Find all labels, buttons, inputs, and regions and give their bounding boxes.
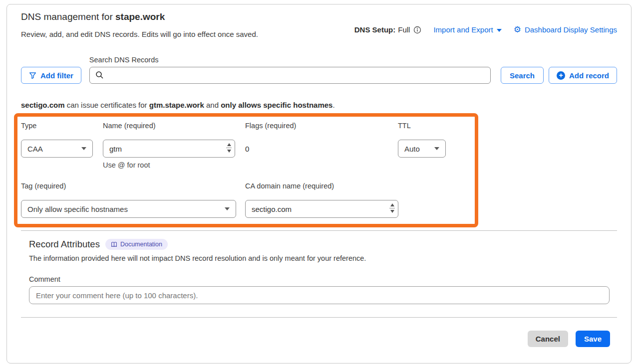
caa-notice-host: gtm.stape.work (149, 101, 204, 109)
ttl-label: TTL (398, 122, 446, 130)
import-export-menu[interactable]: Import and Export (433, 25, 501, 34)
spinner-up-icon[interactable] (227, 143, 231, 146)
form-row-1: Type CAA Name (required) Use @ for root (21, 122, 471, 169)
type-select-value: CAA (27, 145, 43, 153)
gear-icon: ⚙ (514, 25, 521, 34)
ttl-select[interactable]: Auto (398, 140, 446, 158)
caa-notice-policy: only allows specific hostnames (221, 101, 332, 109)
section-divider (21, 230, 617, 231)
caa-notice: sectigo.com can issue certificates for g… (21, 101, 617, 109)
book-icon (111, 241, 117, 248)
type-field: Type CAA (21, 122, 93, 169)
record-attributes-section: Record Attributes Documentation The info… (21, 239, 617, 304)
cancel-button[interactable]: Cancel (528, 331, 568, 347)
add-filter-label: Add filter (40, 71, 73, 80)
ca-domain-label: CA domain name (required) (245, 182, 398, 190)
record-attributes-title: Record Attributes (29, 239, 100, 250)
form-row-2: Tag (required) Only allow specific hostn… (21, 182, 471, 218)
dashboard-display-settings-link[interactable]: ⚙ Dashboard Display Settings (514, 25, 617, 34)
name-label: Name (required) (103, 122, 235, 130)
tag-select-value: Only allow specific hostnames (27, 205, 128, 213)
flags-value: 0 (245, 145, 398, 153)
search-dns-group: Search DNS Records (89, 56, 491, 84)
type-select[interactable]: CAA (21, 140, 93, 158)
dashboard-display-settings-label: Dashboard Display Settings (525, 25, 617, 34)
form-footer: Cancel Save (21, 331, 617, 347)
type-label: Type (21, 122, 93, 130)
footer-divider (21, 317, 617, 318)
name-field: Name (required) Use @ for root (103, 122, 235, 169)
info-icon[interactable] (413, 26, 421, 34)
spinner-divider (389, 208, 395, 208)
import-export-label: Import and Export (433, 25, 493, 34)
name-input-wrap (103, 140, 235, 158)
name-stepper[interactable] (226, 143, 232, 153)
ca-domain-input-wrap (245, 200, 398, 218)
select-caret-icon (225, 207, 230, 210)
record-attributes-description: The information provided here will not i… (29, 254, 617, 262)
ca-domain-stepper[interactable] (389, 203, 395, 213)
search-button-label: Search (510, 71, 535, 80)
filter-icon (29, 72, 36, 79)
search-input[interactable] (89, 67, 491, 84)
page-title: DNS management for stape.work (21, 11, 258, 22)
spinner-down-icon[interactable] (227, 150, 231, 153)
name-hint: Use @ for root (103, 161, 235, 169)
add-icon: + (557, 71, 565, 80)
search-button[interactable]: Search (501, 67, 544, 84)
select-caret-icon (81, 147, 86, 150)
dns-toolbar: Add filter Search DNS Records Search + A… (21, 56, 617, 84)
dns-setup-status: DNS Setup: Full (354, 25, 422, 34)
ttl-field: TTL Auto (398, 122, 446, 169)
caa-notice-text2: and (204, 101, 221, 109)
tag-label: Tag (required) (21, 182, 236, 190)
comment-label: Comment (29, 275, 617, 283)
page-title-domain: stape.work (115, 11, 165, 22)
search-field-label: Search DNS Records (89, 56, 491, 64)
tag-select[interactable]: Only allow specific hostnames (21, 200, 236, 218)
documentation-badge[interactable]: Documentation (105, 239, 168, 250)
select-caret-icon (434, 147, 439, 150)
record-attributes-header: Record Attributes Documentation (29, 239, 617, 250)
page-title-prefix: DNS management for (21, 11, 115, 22)
caa-notice-ca: sectigo.com (21, 101, 65, 109)
ttl-select-value: Auto (404, 145, 420, 153)
chevron-down-icon (497, 29, 502, 32)
dns-setup-label: DNS Setup: (354, 25, 396, 34)
caa-notice-text: can issue certificates for (65, 101, 149, 109)
flags-label: Flags (required) (245, 122, 398, 130)
ca-domain-input[interactable] (245, 200, 398, 218)
spinner-up-icon[interactable] (390, 203, 394, 206)
caa-notice-end: . (332, 101, 334, 109)
tag-field: Tag (required) Only allow specific hostn… (21, 182, 236, 218)
add-filter-button[interactable]: Add filter (21, 67, 81, 84)
save-button[interactable]: Save (576, 331, 610, 347)
search-field-wrap (89, 67, 491, 84)
header-left: DNS management for stape.work Review, ad… (21, 11, 258, 41)
dns-management-panel: DNS management for stape.work Review, ad… (6, 4, 632, 364)
header: DNS management for stape.work Review, ad… (21, 11, 617, 41)
page-subtitle: Review, add, and edit DNS records. Edits… (21, 27, 258, 41)
name-input[interactable] (103, 140, 235, 158)
add-record-label: Add record (569, 71, 609, 80)
spinner-down-icon[interactable] (390, 210, 394, 213)
add-record-button[interactable]: + Add record (549, 67, 617, 84)
spinner-divider (226, 148, 232, 148)
search-icon (95, 71, 104, 81)
caa-record-form-highlighted: Type CAA Name (required) Use @ for root (14, 113, 478, 227)
flags-field: Flags (required) 0 (245, 122, 398, 169)
ca-domain-field: CA domain name (required) (245, 182, 398, 218)
dns-setup-value: Full (398, 25, 410, 34)
comment-input[interactable] (29, 286, 610, 304)
documentation-badge-label: Documentation (120, 241, 162, 248)
header-actions: DNS Setup: Full Import and Export ⚙ Dash… (354, 25, 617, 34)
